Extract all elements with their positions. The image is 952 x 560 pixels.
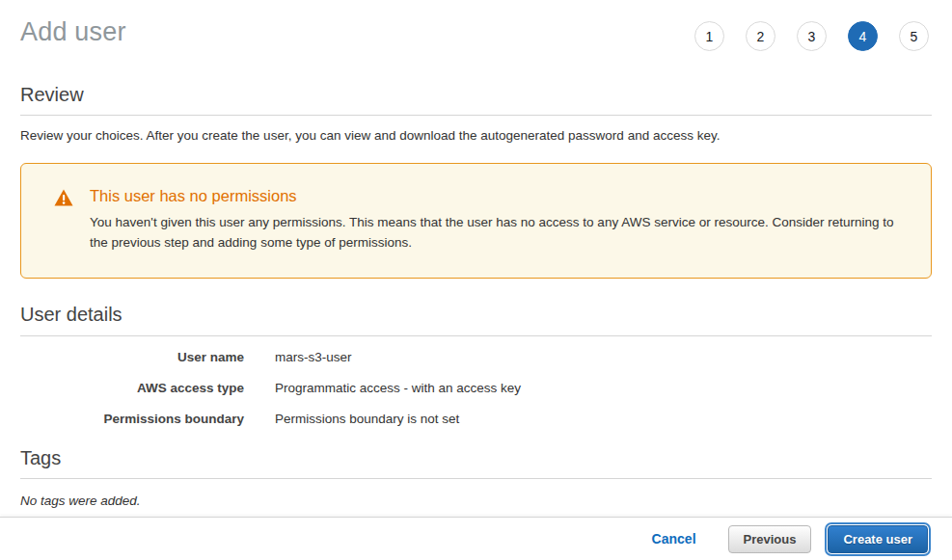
review-description: Review your choices. After you create th… bbox=[20, 128, 932, 143]
user-name-label: User name bbox=[20, 350, 244, 364]
wizard-step-3: 3 bbox=[797, 21, 827, 51]
wizard-step-5: 5 bbox=[899, 21, 929, 51]
no-permissions-warning-banner: This user has no permissions You haven't… bbox=[20, 163, 932, 279]
user-details-table: User name mars-s3-user AWS access type P… bbox=[20, 350, 932, 426]
table-row-access-type: AWS access type Programmatic access - wi… bbox=[20, 381, 932, 395]
tags-section-heading: Tags bbox=[20, 447, 932, 469]
wizard-footer: Cancel Previous Create user bbox=[0, 517, 952, 560]
add-user-wizard-page: Add user 1 2 3 4 5 Review Review your ch… bbox=[0, 0, 952, 560]
wizard-step-4-active: 4 bbox=[848, 21, 878, 51]
warning-body: You haven't given this user any permissi… bbox=[90, 212, 896, 253]
access-type-value: Programmatic access - with an access key bbox=[275, 381, 932, 395]
warning-title: This user has no permissions bbox=[90, 187, 896, 205]
tags-divider bbox=[20, 478, 932, 479]
table-row-user-name: User name mars-s3-user bbox=[20, 350, 932, 364]
page-title: Add user bbox=[20, 15, 126, 47]
warning-triangle-icon bbox=[54, 187, 73, 258]
tags-empty-message: No tags were added. bbox=[20, 493, 932, 508]
review-divider bbox=[20, 115, 932, 116]
cancel-button[interactable]: Cancel bbox=[652, 531, 696, 547]
wizard-step-indicators: 1 2 3 4 5 bbox=[694, 21, 929, 51]
wizard-step-2: 2 bbox=[746, 21, 775, 51]
wizard-header: Add user 1 2 3 4 5 bbox=[0, 0, 952, 51]
warning-text-block: This user has no permissions You haven't… bbox=[90, 187, 896, 258]
permissions-boundary-label: Permissions boundary bbox=[20, 412, 244, 426]
user-name-value: mars-s3-user bbox=[275, 350, 932, 364]
user-details-section-heading: User details bbox=[20, 304, 932, 326]
previous-button[interactable]: Previous bbox=[728, 525, 812, 553]
review-section-heading: Review bbox=[20, 84, 932, 106]
wizard-step-1: 1 bbox=[694, 21, 724, 51]
create-user-button[interactable]: Create user bbox=[828, 525, 928, 553]
table-row-permissions-boundary: Permissions boundary Permissions boundar… bbox=[20, 412, 932, 426]
user-details-divider bbox=[20, 335, 932, 336]
wizard-content: Review Review your choices. After you cr… bbox=[0, 84, 952, 508]
access-type-label: AWS access type bbox=[20, 381, 244, 395]
permissions-boundary-value: Permissions boundary is not set bbox=[275, 412, 932, 426]
